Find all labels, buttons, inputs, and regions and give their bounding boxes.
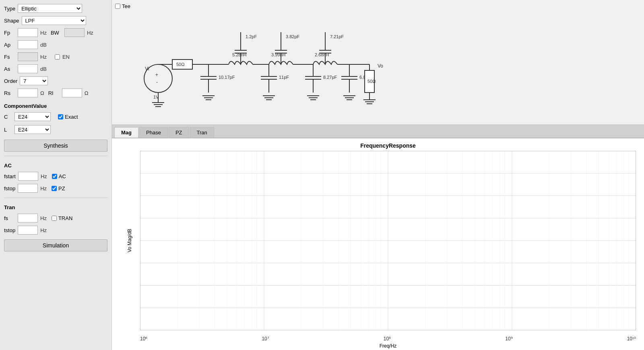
x-label-1e8: 10⁸ <box>384 336 391 342</box>
ac-check-label: AC <box>59 173 66 179</box>
y-axis-label: Vo Mag/dB <box>127 229 132 253</box>
synthesis-button[interactable]: Synthesis <box>4 140 107 152</box>
divider-2 <box>4 198 107 198</box>
type-select[interactable]: Elliptic Butterworth Chebyshev <box>18 4 82 13</box>
fs-label: Fs <box>4 54 15 60</box>
fstart-row: fstart 1M Hz AC <box>4 172 107 181</box>
fs-sim-unit: Hz <box>40 215 47 221</box>
divider-1 <box>4 156 107 156</box>
fs-sim-label: fs <box>4 215 15 221</box>
fstart-label: fstart <box>4 173 16 179</box>
fstop-unit: Hz <box>40 185 47 191</box>
rs-ri-row: Rs 50 Ω RI 50 Ω <box>4 89 107 97</box>
svg-text:8.27pF: 8.27pF <box>323 75 337 80</box>
type-label: Type <box>4 6 15 12</box>
pz-check-label: PZ <box>58 185 65 191</box>
tee-row: Tee <box>115 3 130 9</box>
tstop-label: tstop <box>4 227 15 233</box>
as-unit: dB <box>40 66 47 72</box>
svg-text:-: - <box>156 79 158 85</box>
vo-label: Vo <box>378 63 383 69</box>
type-row: Type Elliptic Butterworth Chebyshev <box>4 4 107 13</box>
ap-unit: dB <box>40 42 47 48</box>
ap-input[interactable]: 3 <box>18 40 38 49</box>
tstop-input[interactable]: 25n <box>18 226 38 235</box>
ac-checkbox[interactable] <box>52 174 57 179</box>
as-input[interactable]: 60 <box>18 64 38 73</box>
bw-unit: Hz <box>87 30 93 36</box>
ri-input[interactable]: 50 <box>62 89 82 97</box>
fp-input[interactable]: 1G <box>18 28 38 37</box>
fstart-input[interactable]: 1M <box>18 172 38 181</box>
rs-input[interactable]: 50 <box>18 89 38 97</box>
exact-label: Exact <box>65 114 78 120</box>
rs-unit: Ω <box>40 90 44 96</box>
as-label: As <box>4 66 15 72</box>
shape-row: Shape LPF HPF BPF <box>4 16 107 25</box>
x-axis-labels: 10⁶ 10⁷ 10⁸ 10⁹ 10¹⁰ <box>140 336 636 342</box>
simulation-button[interactable]: Simulation <box>4 239 107 251</box>
bw-label: BW <box>51 30 62 36</box>
order-label: Order <box>4 78 17 84</box>
fs-row: Fs 2G Hz EN <box>4 52 107 61</box>
fp-label: Fp <box>4 30 15 36</box>
fstop-row: fstop 10G Hz PZ <box>4 184 107 193</box>
l-select[interactable]: E24 E6 E12 <box>14 125 51 134</box>
fstop-input[interactable]: 10G <box>18 184 38 193</box>
circuit-diagram: + - Vi 1V 50Ω 10 <box>116 8 640 125</box>
right-panel: Tee + - Vi 1V 50Ω <box>112 0 644 350</box>
ap-row: Ap 3 dB <box>4 40 107 49</box>
l-label: L <box>4 127 11 133</box>
tee-checkbox[interactable] <box>115 4 120 9</box>
order-select[interactable]: 7 3 5 <box>20 76 48 85</box>
svg-text:3.82pF: 3.82pF <box>286 34 300 39</box>
frequency-response-chart: 0 -10 -20 -30 -40 -50 -60 -70 -80 <box>140 151 636 330</box>
order-row: Order 7 3 5 <box>4 76 107 85</box>
tab-tran[interactable]: Tran <box>190 127 214 138</box>
tab-phase[interactable]: Phase <box>139 127 168 138</box>
rs-label: Rs <box>4 90 15 96</box>
bw-input[interactable]: 500M <box>64 28 85 37</box>
x-label-1e7: 10⁷ <box>262 336 269 342</box>
fstop-label: fstop <box>4 185 15 191</box>
tab-pz[interactable]: PZ <box>169 127 189 138</box>
tstop-row: tstop 25n Hz <box>4 226 107 235</box>
x-label-1e10: 10¹⁰ <box>627 336 636 342</box>
vi-label: Vi <box>145 66 149 72</box>
ap-label: Ap <box>4 42 15 48</box>
l-row: L E24 E6 E12 <box>4 125 107 134</box>
c-select[interactable]: E24 E6 E12 <box>14 112 51 121</box>
tee-label: Tee <box>122 3 130 9</box>
en-checkbox[interactable] <box>55 54 60 60</box>
svg-text:50Ω: 50Ω <box>176 62 184 67</box>
fstart-unit: Hz <box>41 173 47 179</box>
chart-title: FrequencyResponse <box>140 142 636 149</box>
tab-mag[interactable]: Mag <box>114 127 138 138</box>
c-label: C <box>4 114 11 120</box>
x-label-1e9: 10⁹ <box>505 336 512 342</box>
en-label: EN <box>62 54 70 60</box>
chart-area: FrequencyResponse Vo Mag/dB <box>112 138 644 350</box>
svg-text:7.21pF: 7.21pF <box>330 34 344 39</box>
as-row: As 60 dB <box>4 64 107 73</box>
fs-input[interactable]: 2G <box>18 52 38 61</box>
tstop-unit: Hz <box>40 227 47 233</box>
x-axis-label: Freq/Hz <box>140 343 636 349</box>
ac-section-label: AC <box>4 163 107 169</box>
fs-sim-input[interactable]: 1G <box>18 214 38 222</box>
component-value-label: ComponentValue <box>4 103 107 109</box>
left-panel: Type Elliptic Butterworth Chebyshev Shap… <box>0 0 112 350</box>
circuit-area: Tee + - Vi 1V 50Ω <box>112 0 644 125</box>
svg-text:+: + <box>155 72 158 78</box>
ri-unit: Ω <box>85 90 89 96</box>
shape-label: Shape <box>4 18 19 24</box>
tran-section-label: Tran <box>4 204 107 210</box>
fp-unit: Hz <box>40 30 47 36</box>
tab-bar: Mag Phase PZ Tran <box>112 125 644 138</box>
shape-select[interactable]: LPF HPF BPF <box>22 16 86 25</box>
pz-checkbox[interactable] <box>52 186 57 191</box>
tran-check-label: TRAN <box>58 215 72 221</box>
tran-checkbox[interactable] <box>52 216 57 221</box>
svg-text:10.17pF: 10.17pF <box>219 75 235 80</box>
exact-checkbox[interactable] <box>58 114 63 119</box>
